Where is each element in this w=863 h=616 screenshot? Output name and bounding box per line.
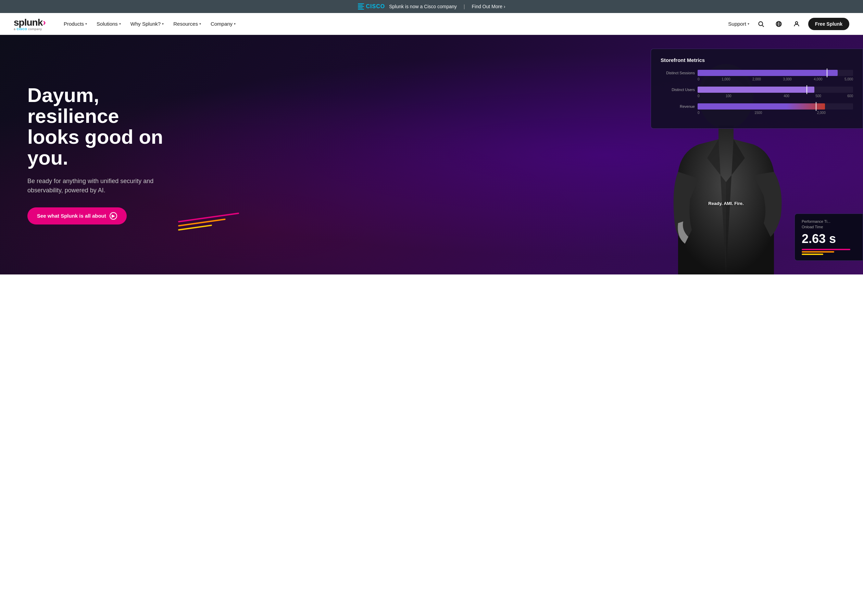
hero-section: Dayum, resilience looks good on you. Be …: [0, 35, 863, 275]
banner-divider: |: [464, 4, 465, 9]
nav-company-label: Company: [211, 21, 233, 27]
nav-support-label: Support: [728, 21, 746, 27]
logo-splunk: splunk ›: [14, 17, 46, 28]
banner-message: Splunk is now a Cisco company: [389, 4, 457, 9]
nav-resources-chevron: ▾: [199, 22, 201, 26]
play-icon: ▶: [112, 214, 115, 218]
metrics-sessions-marker: [827, 68, 827, 77]
nav-item-solutions[interactable]: Solutions ▾: [93, 18, 125, 30]
perf-bar-area: [802, 249, 856, 255]
logo-link[interactable]: splunk › a CISCO company: [14, 17, 46, 31]
top-banner: CISCO Splunk is now a Cisco company | Fi…: [0, 0, 863, 13]
nav-products-label: Products: [64, 21, 84, 27]
nav-item-why-splunk[interactable]: Why Splunk? ▾: [126, 18, 168, 30]
hero-subtitle: Be ready for anything with unified secur…: [27, 177, 164, 195]
hero-cta-label: See what Splunk is all about: [37, 213, 106, 219]
nav-item-products[interactable]: Products ▾: [60, 18, 91, 30]
globe-button[interactable]: [773, 18, 785, 30]
metrics-users-track: [698, 86, 853, 93]
nav-right: Support ▾ Free Splunk: [728, 18, 849, 30]
hero-headline: Dayum, resilience looks good on you.: [27, 85, 164, 168]
metrics-revenue-fill: [698, 103, 825, 110]
hero-cta-button[interactable]: See what Splunk is all about ▶: [27, 207, 127, 225]
nav-solutions-chevron: ▾: [119, 22, 121, 26]
nav-resources-label: Resources: [173, 21, 198, 27]
metrics-revenue-marker: [816, 102, 816, 111]
metrics-users-axis: 0 100 400 500 600: [661, 94, 853, 98]
svg-point-3: [778, 21, 780, 26]
globe-icon: [775, 20, 782, 27]
metrics-users-label: Distinct Users: [661, 88, 695, 92]
nav-products-chevron: ▾: [85, 22, 87, 26]
metrics-row-revenue: Revenue 0 1500 2,000: [661, 103, 853, 115]
banner-link[interactable]: Find Out More ›: [472, 4, 505, 9]
metrics-row-sessions: Distinct Sessions 0 1,000 2,000 3,000 4,…: [661, 70, 853, 81]
perf-card: Performance Ti... Onload Time 2.63 s: [795, 214, 863, 261]
metrics-sessions-axis: 0 1,000 2,000 3,000 4,000 5,000: [661, 77, 853, 81]
metrics-row-users: Distinct Users 0 100 400 500 600: [661, 86, 853, 98]
metrics-bar-sessions: Distinct Sessions: [661, 70, 853, 76]
metrics-sessions-track: [698, 70, 853, 76]
ready-badge: Ready. AMI. Fire.: [708, 201, 743, 206]
metrics-sessions-label: Distinct Sessions: [661, 71, 695, 75]
logo-splunk-text: splunk: [14, 17, 43, 28]
metrics-revenue-track: [698, 103, 853, 110]
metrics-sessions-fill: [698, 70, 838, 76]
nav-support-chevron: ▾: [748, 22, 749, 26]
nav-why-splunk-chevron: ▾: [162, 22, 164, 26]
logo-chevron-icon: ›: [43, 17, 46, 28]
perf-bar-2: [802, 251, 834, 253]
svg-point-0: [759, 22, 763, 26]
user-icon: [793, 20, 800, 27]
metrics-bar-users: Distinct Users: [661, 86, 853, 93]
cisco-sub-text: CISCO: [17, 27, 27, 31]
user-button[interactable]: [791, 18, 803, 30]
svg-point-6: [795, 22, 798, 24]
metrics-card-title: Storefront Metrics: [661, 57, 853, 63]
metrics-revenue-label: Revenue: [661, 104, 695, 108]
nav-solutions-label: Solutions: [96, 21, 118, 27]
navbar: splunk › a CISCO company Products ▾ Solu…: [0, 13, 863, 35]
metrics-card: Storefront Metrics Distinct Sessions 0 1…: [651, 49, 863, 129]
nav-support[interactable]: Support ▾: [728, 21, 749, 27]
perf-card-value: 2.63 s: [802, 232, 856, 246]
nav-item-company[interactable]: Company ▾: [206, 18, 240, 30]
search-button[interactable]: [755, 18, 767, 30]
search-icon: [757, 20, 764, 27]
logo-sub: a CISCO company: [14, 27, 46, 31]
free-splunk-button[interactable]: Free Splunk: [808, 18, 849, 30]
perf-card-subtitle: Onload Time: [802, 225, 856, 229]
metrics-bar-revenue: Revenue: [661, 103, 853, 110]
nav-item-resources[interactable]: Resources ▾: [169, 18, 205, 30]
nav-links: Products ▾ Solutions ▾ Why Splunk? ▾ Res…: [60, 18, 728, 30]
perf-bar-3: [802, 254, 823, 255]
metrics-users-fill: [698, 86, 814, 93]
svg-line-1: [762, 25, 764, 27]
metrics-revenue-axis: 0 1500 2,000: [661, 111, 853, 115]
nav-company-chevron: ▾: [234, 22, 236, 26]
cisco-text-banner: CISCO: [366, 3, 385, 9]
nav-why-splunk-label: Why Splunk?: [131, 21, 161, 27]
perf-bar-1: [802, 249, 850, 250]
hero-content: Dayum, resilience looks good on you. Be …: [0, 64, 192, 245]
perf-card-title: Performance Ti...: [802, 219, 856, 223]
cisco-bars-icon: [358, 3, 364, 9]
svg-point-2: [776, 21, 781, 26]
hero-cta-icon: ▶: [110, 212, 117, 220]
metrics-users-marker: [806, 85, 807, 94]
cisco-logo-banner: CISCO: [358, 3, 385, 9]
